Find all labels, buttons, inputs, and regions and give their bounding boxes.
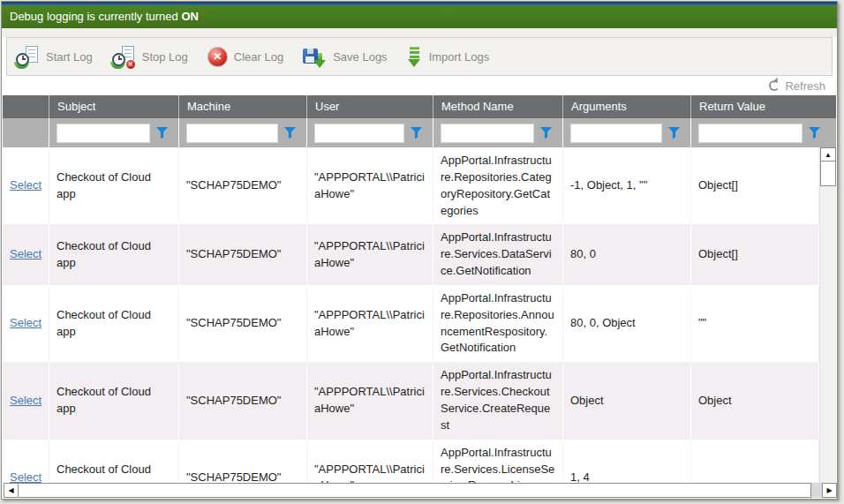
select-cell: Select — [3, 285, 49, 362]
import-logs-icon — [407, 46, 423, 68]
grid-header-row: Subject Machine User Method Name Argumen… — [3, 95, 836, 118]
horizontal-scrollbar[interactable]: ◀ ▶ — [4, 483, 837, 498]
scroll-right-button[interactable]: ▶ — [822, 483, 837, 498]
debug-log-window: Debug logging is currently turned ON Sta… — [1, 1, 838, 500]
machine-filter-funnel-icon[interactable] — [284, 127, 296, 139]
banner-state: ON — [181, 10, 199, 23]
start-log-icon — [16, 46, 40, 68]
filter-cell-return-value — [691, 118, 836, 147]
save-logs-label: Save Logs — [333, 50, 387, 64]
user-cell: "APPPORTAL\\PatriciaHowe" — [307, 285, 433, 362]
vertical-scrollbar[interactable]: ▲ — [819, 147, 836, 483]
select-link[interactable]: Select — [10, 315, 41, 332]
filter-cell-user — [307, 118, 433, 147]
method-name-filter-funnel-icon[interactable] — [540, 127, 552, 139]
method-name-cell: AppPortal.Infrastructure.Services.Checko… — [433, 362, 563, 439]
horizontal-scrollbar-track[interactable] — [811, 483, 822, 498]
col-header-subject[interactable]: Subject — [49, 95, 179, 118]
vertical-scrollbar-thumb[interactable] — [820, 162, 836, 186]
col-header-arguments[interactable]: Arguments — [563, 95, 691, 118]
log-toolbar: Start Log ✕ Stop Log ✕ Clear Log Save Lo… — [6, 37, 833, 76]
user-cell: "APPPORTAL\\PatriciaHowe" — [307, 440, 433, 483]
arguments-cell: -1, Object, 1, "" — [563, 147, 691, 224]
table-row: Select Checkout of Cloud app "SCHAP75DEM… — [3, 440, 819, 483]
grid-filter-row — [3, 118, 836, 147]
user-cell: "APPPORTAL\\PatriciaHowe" — [307, 224, 433, 285]
select-cell: Select — [3, 362, 49, 439]
scroll-up-button[interactable]: ▲ — [820, 147, 836, 162]
col-header-select — [3, 95, 49, 118]
save-logs-icon — [303, 46, 327, 67]
import-logs-button[interactable]: Import Logs — [407, 46, 490, 68]
banner-text: Debug logging is currently turned — [10, 10, 181, 23]
refresh-label: Refresh — [785, 79, 825, 93]
select-link[interactable]: Select — [10, 246, 41, 263]
start-log-button[interactable]: Start Log — [16, 46, 93, 68]
arguments-filter-funnel-icon[interactable] — [668, 127, 680, 139]
refresh-row: Refresh — [2, 76, 837, 95]
select-cell: Select — [3, 224, 49, 285]
method-name-cell: AppPortal.Infrastructure.Repositories.An… — [433, 285, 563, 362]
col-header-return-value[interactable]: Return Value — [691, 95, 836, 118]
refresh-icon — [769, 80, 780, 91]
col-header-user[interactable]: User — [307, 95, 433, 118]
machine-cell: "SCHAP75DEMO" — [179, 285, 307, 362]
import-logs-label: Import Logs — [429, 50, 490, 64]
user-filter-funnel-icon[interactable] — [411, 127, 422, 139]
arguments-cell: 80, 0, Object — [563, 285, 691, 362]
filter-cell-machine — [179, 118, 307, 147]
scroll-left-button[interactable]: ◀ — [4, 483, 19, 498]
col-header-machine[interactable]: Machine — [179, 95, 307, 118]
method-name-cell: AppPortal.Infrastructure.Repositories.Ca… — [433, 147, 563, 224]
method-name-cell: AppPortal.Infrastructure.Services.Licens… — [433, 440, 563, 483]
return-value-cell: "" — [691, 285, 819, 362]
col-header-method-name[interactable]: Method Name — [433, 95, 563, 118]
method-name-cell: AppPortal.Infrastructure.Services.DataSe… — [433, 224, 563, 285]
stop-log-icon: ✕ — [112, 46, 136, 68]
method-name-filter-input[interactable] — [441, 124, 534, 143]
grid-rows: Select Checkout of Cloud app "SCHAP75DEM… — [3, 147, 819, 483]
subject-cell: Checkout of Cloud app — [49, 285, 179, 362]
select-link[interactable]: Select — [10, 470, 41, 483]
return-value-filter-funnel-icon[interactable] — [809, 127, 820, 139]
start-log-label: Start Log — [46, 50, 93, 64]
user-cell: "APPPORTAL\\PatriciaHowe" — [307, 362, 433, 439]
stop-log-button[interactable]: ✕ Stop Log — [112, 46, 188, 68]
filter-cell-empty — [3, 118, 49, 147]
save-logs-button[interactable]: Save Logs — [303, 46, 387, 67]
select-link[interactable]: Select — [10, 177, 41, 194]
debug-status-banner: Debug logging is currently turned ON — [2, 5, 837, 28]
select-link[interactable]: Select — [10, 393, 41, 410]
filter-cell-method-name — [433, 118, 563, 147]
arguments-cell: 1, 4 — [563, 440, 691, 483]
subject-cell: Checkout of Cloud app — [49, 362, 179, 439]
subject-cell: Checkout of Cloud app — [49, 224, 179, 285]
return-value-cell — [691, 440, 819, 483]
return-value-filter-input[interactable] — [698, 124, 803, 143]
return-value-cell: Object[] — [691, 224, 819, 285]
refresh-button[interactable]: Refresh — [769, 79, 825, 93]
clear-log-label: Clear Log — [234, 50, 283, 64]
table-row: Select Checkout of Cloud app "SCHAP75DEM… — [3, 285, 819, 362]
table-row: Select Checkout of Cloud app "SCHAP75DEM… — [3, 224, 819, 285]
subject-filter-input[interactable] — [57, 124, 150, 143]
subject-cell: Checkout of Cloud app — [49, 147, 179, 224]
arguments-filter-input[interactable] — [570, 124, 662, 143]
subject-cell: Checkout of Cloud app — [49, 440, 179, 483]
user-filter-input[interactable] — [314, 124, 404, 143]
machine-cell: "SCHAP75DEMO" — [179, 440, 307, 483]
clear-log-button[interactable]: ✕ Clear Log — [207, 47, 283, 67]
return-value-cell: Object — [691, 362, 819, 439]
spacer — [2, 28, 837, 37]
return-value-cell: Object[] — [691, 147, 819, 224]
machine-cell: "SCHAP75DEMO" — [179, 362, 307, 439]
horizontal-scrollbar-thumb[interactable] — [19, 483, 811, 498]
machine-cell: "SCHAP75DEMO" — [179, 147, 307, 224]
select-cell: Select — [3, 147, 49, 224]
arguments-cell: Object — [563, 362, 691, 439]
filter-cell-arguments — [563, 118, 691, 147]
machine-filter-input[interactable] — [186, 124, 278, 143]
clear-log-icon: ✕ — [207, 47, 228, 67]
subject-filter-funnel-icon[interactable] — [156, 127, 168, 139]
machine-cell: "SCHAP75DEMO" — [179, 224, 307, 285]
